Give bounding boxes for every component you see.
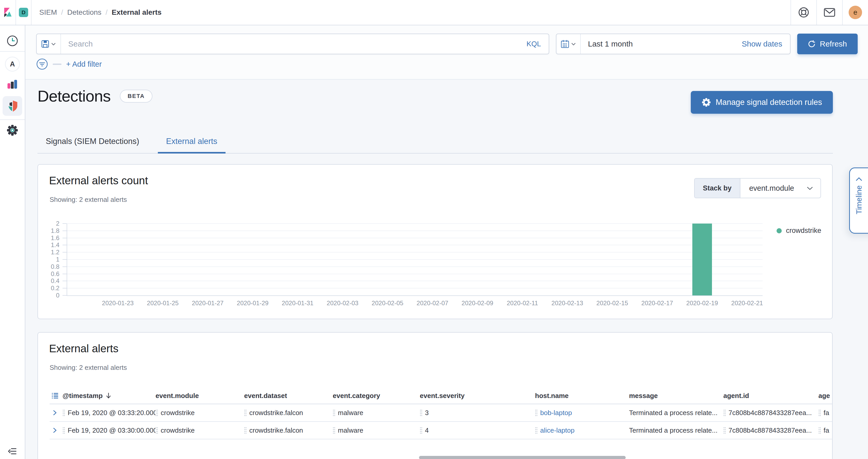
cell-text-severity: 3 [425,409,429,417]
x-axis-label: 2020-01-27 [185,300,230,307]
refresh-button[interactable]: Refresh [797,34,858,54]
help-button[interactable] [790,0,816,25]
recently-viewed-button[interactable] [0,32,25,50]
x-axis-label: 2020-01-23 [95,300,140,307]
expand-row-button[interactable] [50,410,63,416]
calendar-icon [561,39,569,48]
expand-row-button[interactable] [50,427,63,433]
breadcrumb-siem[interactable]: SIEM [39,8,57,17]
y-axis-label: 1 [28,256,59,263]
column-header-label: host.name [535,392,568,400]
column-header-dataset[interactable]: event.dataset [244,392,333,400]
column-header-agent_id[interactable]: agent.id [723,392,818,400]
axis-tick [63,288,67,288]
axis-tick [63,238,67,238]
y-axis-label: 0.6 [28,270,59,278]
cell-dataset: crowdstrike.falcon [244,408,333,417]
x-axis-label: 2020-02-15 [590,300,635,307]
cell-agent_id: 7c808b4c8878433287eea... [723,426,818,434]
stack-by-select[interactable]: event.module [740,184,820,192]
collapse-menu-icon [8,447,17,455]
column-header-message[interactable]: message [629,392,723,400]
timeline-label: Timeline [855,185,863,214]
cell-category: malware [333,408,420,417]
cell-message: Terminated a process relate... [629,426,723,434]
axis-tick [63,252,67,252]
refresh-label: Refresh [820,39,847,48]
cell-text-host[interactable]: alice-laptop [540,426,575,434]
column-header-severity[interactable]: event.severity [420,392,535,400]
cell-severity: 4 [420,426,535,434]
axis-tick [63,267,67,267]
cell-module: crowdstrike [156,426,244,434]
user-menu-button[interactable]: e [842,0,868,25]
siem-app-button[interactable] [0,96,25,116]
gridline [67,252,763,252]
y-axis-label: 0 [28,292,59,299]
column-header-category[interactable]: event.category [333,392,420,400]
siem-detections-page: D SIEM / Detections / External alerts [0,0,868,459]
collapse-navigation-button[interactable] [0,447,25,455]
filter-divider [53,64,61,65]
tab-signals-siem-detections-[interactable]: Signals (SIEM Detections) [37,131,148,152]
app-a-button[interactable]: A [0,56,25,72]
y-axis-label: 1.6 [28,235,59,242]
drag-handle-icon [723,426,726,434]
cell-text-agent_id: 7c808b4c8878433287eea... [728,409,812,417]
external-alerts-count-panel: External alerts count Showing: 2 externa… [37,164,833,319]
y-axis-label: 2 [28,220,59,227]
showing-count: Showing: 2 external alerts [50,364,127,372]
column-header-label: age [818,392,830,400]
cell-text-host[interactable]: bob-laptop [540,409,572,417]
tab-external-alerts[interactable]: External alerts [158,131,225,154]
legend-dot [777,228,782,234]
column-header-timestamp[interactable]: @timestamp [63,392,156,400]
kql-language-button[interactable]: KQL [519,40,549,48]
x-axis-label: 2020-02-13 [545,300,590,307]
space-selector-button[interactable]: D [16,0,32,25]
tabs: Signals (SIEM Detections)External alerts [37,131,833,154]
axis-tick [63,295,67,296]
horizontal-scrollbar[interactable] [419,456,626,459]
gridline [67,267,763,267]
query-bar-section: KQL [25,25,868,80]
y-axis-label: 0.8 [28,263,59,270]
show-dates-button[interactable]: Show dates [742,39,782,48]
stack-by-value: event.module [749,184,794,192]
showing-count: Showing: 2 external alerts [50,196,127,204]
axis-tick [63,259,67,260]
chevron-down-icon [807,186,813,190]
visualize-app-button[interactable] [0,77,25,91]
column-header-module[interactable]: event.module [156,392,244,400]
date-quick-select-button[interactable] [556,34,581,54]
search-input[interactable] [61,39,519,48]
column-header-agent_type[interactable]: age [818,392,832,400]
app-a-icon: A [5,57,20,71]
kibana-logo-button[interactable] [0,0,16,25]
add-filter-button[interactable]: + Add filter [66,60,102,68]
gridline [67,223,763,224]
column-header-label: event.dataset [244,392,287,400]
breadcrumb-separator: / [106,8,108,17]
chart-bar[interactable] [692,223,712,296]
stack-by-label: Stack by [695,179,740,198]
cell-agent_type: fa [818,426,832,434]
newsfeed-button[interactable] [816,0,842,25]
gridline [67,274,763,274]
timeline-flyout-button[interactable]: Timeline [849,167,868,234]
breadcrumb-detections[interactable]: Detections [67,8,101,17]
legend-item[interactable]: crowdstrike [777,227,821,235]
drag-handle-icon [63,426,65,434]
x-axis-label: 2020-02-21 [724,300,770,307]
y-axis-label: 1.4 [28,241,59,249]
time-range-value[interactable]: Last 1 month [588,39,633,48]
kibana-logo-icon [4,8,12,17]
recently-viewed-icon [6,35,18,47]
column-header-host[interactable]: host.name [535,392,629,400]
search-bar: KQL [36,34,549,54]
management-app-button[interactable] [0,123,25,138]
manage-signal-detection-rules-button[interactable]: Manage signal detection rules [691,91,833,114]
bar-chart: 00.20.40.60.811.21.41.61.822020-01-23202… [67,223,763,296]
saved-query-menu-button[interactable] [37,34,61,54]
events-viewer-icon[interactable] [50,392,63,400]
